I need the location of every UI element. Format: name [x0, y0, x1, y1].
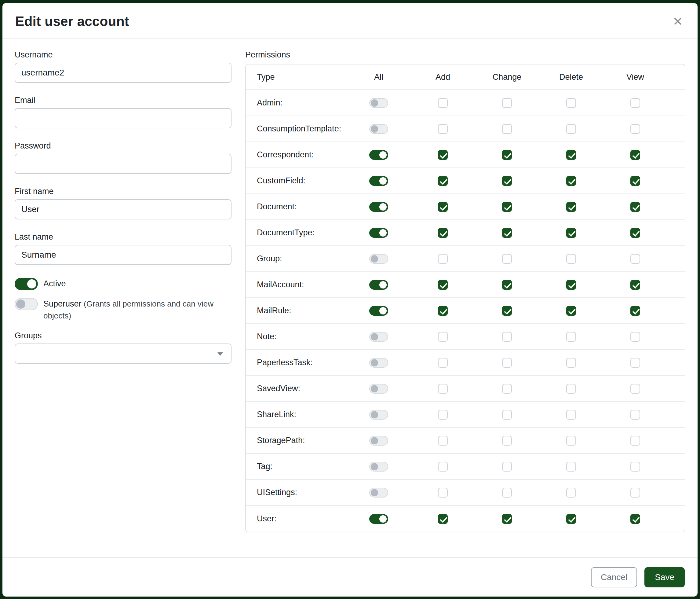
perm-type-label: Group:: [257, 254, 282, 263]
perm-change-checkbox[interactable]: [502, 332, 512, 342]
perm-change-checkbox[interactable]: [502, 462, 512, 472]
password-label: Password: [15, 141, 231, 151]
perm-add-checkbox[interactable]: [438, 228, 448, 238]
perm-delete-checkbox[interactable]: [566, 124, 576, 134]
perm-add-checkbox[interactable]: [438, 124, 448, 134]
username-field[interactable]: [15, 63, 231, 83]
perm-all-toggle[interactable]: [369, 228, 388, 238]
save-button[interactable]: Save: [644, 567, 685, 588]
perm-view-checkbox[interactable]: [630, 306, 640, 316]
perm-view-checkbox[interactable]: [630, 202, 640, 212]
perm-all-toggle[interactable]: [369, 410, 388, 420]
perm-change-checkbox[interactable]: [502, 514, 512, 524]
perm-add-checkbox[interactable]: [438, 280, 448, 290]
perm-delete-checkbox[interactable]: [566, 436, 576, 446]
perm-add-checkbox[interactable]: [438, 332, 448, 342]
first-name-field[interactable]: [15, 199, 231, 219]
perm-delete-checkbox[interactable]: [566, 254, 576, 264]
perm-change-checkbox[interactable]: [502, 124, 512, 134]
perm-view-checkbox[interactable]: [630, 228, 640, 238]
perm-delete-checkbox[interactable]: [566, 358, 576, 368]
perm-delete-checkbox[interactable]: [566, 228, 576, 238]
perm-all-toggle[interactable]: [369, 202, 388, 212]
groups-select[interactable]: [15, 343, 231, 364]
perm-change-checkbox[interactable]: [502, 254, 512, 264]
perm-all-toggle[interactable]: [369, 436, 388, 446]
perm-add-checkbox[interactable]: [438, 202, 448, 212]
perm-view-checkbox[interactable]: [630, 176, 640, 186]
perm-delete-checkbox[interactable]: [566, 462, 576, 472]
perm-all-toggle[interactable]: [369, 150, 388, 160]
perm-add-checkbox[interactable]: [438, 306, 448, 316]
perm-all-toggle[interactable]: [369, 488, 388, 498]
perm-delete-checkbox[interactable]: [566, 98, 576, 108]
perm-delete-checkbox[interactable]: [566, 280, 576, 290]
perm-all-toggle[interactable]: [369, 124, 388, 134]
perm-add-checkbox[interactable]: [438, 176, 448, 186]
perm-view-checkbox[interactable]: [630, 384, 640, 393]
perm-change-checkbox[interactable]: [502, 436, 512, 446]
perm-all-toggle[interactable]: [369, 514, 388, 524]
perm-delete-checkbox[interactable]: [566, 384, 576, 393]
perm-all-toggle[interactable]: [369, 280, 388, 290]
perm-view-checkbox[interactable]: [630, 462, 640, 472]
perm-change-checkbox[interactable]: [502, 306, 512, 316]
perm-view-checkbox[interactable]: [630, 332, 640, 342]
superuser-toggle[interactable]: [15, 298, 38, 310]
perm-change-checkbox[interactable]: [502, 488, 512, 498]
perm-all-toggle[interactable]: [369, 384, 388, 393]
perm-add-checkbox[interactable]: [438, 150, 448, 160]
perm-add-checkbox[interactable]: [438, 410, 448, 420]
perm-add-checkbox[interactable]: [438, 384, 448, 393]
last-name-field[interactable]: [15, 245, 231, 265]
perm-add-checkbox[interactable]: [438, 436, 448, 446]
perm-view-checkbox[interactable]: [630, 124, 640, 134]
perm-add-checkbox[interactable]: [438, 358, 448, 368]
perm-view-checkbox[interactable]: [630, 150, 640, 160]
perm-view-checkbox[interactable]: [630, 98, 640, 108]
perm-add-checkbox[interactable]: [438, 462, 448, 472]
perm-all-toggle[interactable]: [369, 176, 388, 186]
perm-delete-checkbox[interactable]: [566, 410, 576, 420]
perm-all-toggle[interactable]: [369, 306, 388, 316]
perm-add-checkbox[interactable]: [438, 514, 448, 524]
perm-all-toggle[interactable]: [369, 462, 388, 472]
perm-view-checkbox[interactable]: [630, 436, 640, 446]
perm-all-toggle[interactable]: [369, 254, 388, 264]
perm-change-checkbox[interactable]: [502, 280, 512, 290]
perm-view-checkbox[interactable]: [630, 254, 640, 264]
perm-delete-checkbox[interactable]: [566, 176, 576, 186]
perm-change-checkbox[interactable]: [502, 384, 512, 393]
perm-add-checkbox[interactable]: [438, 254, 448, 264]
password-field[interactable]: [15, 154, 231, 174]
close-button[interactable]: ✕: [671, 14, 685, 29]
perm-change-checkbox[interactable]: [502, 410, 512, 420]
perm-add-checkbox[interactable]: [438, 98, 448, 108]
email-field[interactable]: [15, 108, 231, 128]
perm-change-checkbox[interactable]: [502, 228, 512, 238]
perm-view-checkbox[interactable]: [630, 410, 640, 420]
perm-change-checkbox[interactable]: [502, 202, 512, 212]
perm-delete-checkbox[interactable]: [566, 202, 576, 212]
perm-add-checkbox[interactable]: [438, 488, 448, 498]
perm-view-checkbox[interactable]: [630, 514, 640, 524]
perm-change-checkbox[interactable]: [502, 358, 512, 368]
perm-change-checkbox[interactable]: [502, 98, 512, 108]
perm-view-checkbox[interactable]: [630, 488, 640, 498]
perm-delete-checkbox[interactable]: [566, 306, 576, 316]
perm-all-toggle[interactable]: [369, 98, 388, 108]
perm-all-toggle[interactable]: [369, 358, 388, 368]
perm-delete-checkbox[interactable]: [566, 150, 576, 160]
perm-view-checkbox[interactable]: [630, 358, 640, 368]
perm-view-checkbox[interactable]: [630, 280, 640, 290]
groups-label: Groups: [15, 331, 231, 340]
toggle-knob: [371, 333, 378, 340]
perm-delete-checkbox[interactable]: [566, 332, 576, 342]
perm-change-checkbox[interactable]: [502, 150, 512, 160]
active-toggle[interactable]: [15, 278, 38, 290]
perm-change-checkbox[interactable]: [502, 176, 512, 186]
perm-delete-checkbox[interactable]: [566, 488, 576, 498]
perm-delete-checkbox[interactable]: [566, 514, 576, 524]
cancel-button[interactable]: Cancel: [591, 567, 637, 588]
perm-all-toggle[interactable]: [369, 332, 388, 342]
